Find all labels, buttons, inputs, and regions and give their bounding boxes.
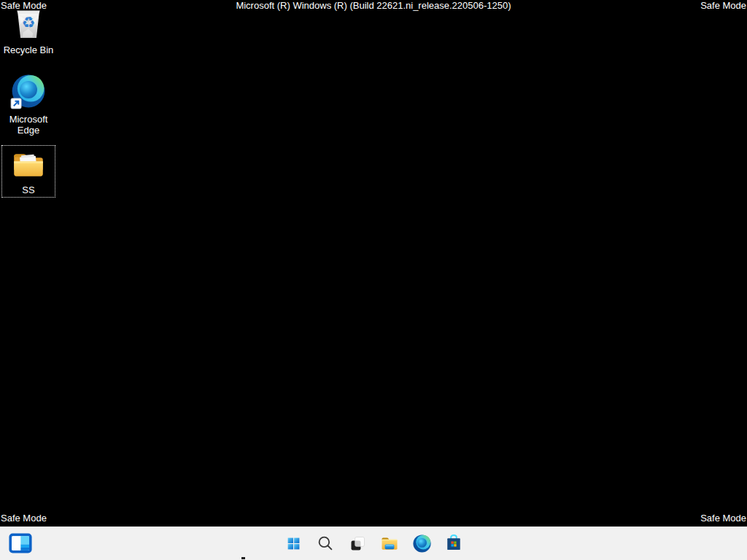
- desktop-icon-ss-folder[interactable]: SS: [1, 145, 55, 198]
- safe-mode-label-bottom-left: Safe Mode: [1, 513, 47, 524]
- taskbar: [0, 526, 747, 560]
- desktop-icon-label: Recycle Bin: [4, 44, 54, 55]
- widgets-icon: [8, 532, 33, 554]
- desktop-icon-label: SS: [22, 184, 34, 195]
- desktop: Safe Mode Microsoft (R) Windows (R) (Bui…: [0, 0, 747, 560]
- file-explorer-button[interactable]: [375, 529, 404, 558]
- start-button[interactable]: [279, 529, 308, 558]
- safe-mode-label-top-right: Safe Mode: [700, 0, 746, 12]
- microsoft-store-icon: [444, 533, 464, 553]
- recycle-bin-icon: ♻: [10, 4, 47, 43]
- windows-build-text: Microsoft (R) Windows (R) (Build 22621.n…: [0, 0, 747, 12]
- edge-button[interactable]: [407, 529, 436, 558]
- desktop-icon-microsoft-edge[interactable]: Microsoft Edge: [0, 73, 57, 136]
- task-view-button[interactable]: [343, 529, 372, 558]
- edge-icon: [10, 73, 47, 112]
- taskbar-center-group: [279, 529, 468, 558]
- folder-icon: [10, 148, 47, 183]
- task-view-icon: [348, 534, 368, 553]
- safe-mode-label-bottom-right: Safe Mode: [700, 513, 746, 524]
- windows-start-icon: [284, 534, 303, 553]
- desktop-icon-label: Microsoft Edge: [2, 114, 55, 136]
- desktop-icon-recycle-bin[interactable]: ♻ Recycle Bin: [0, 4, 57, 55]
- file-explorer-icon: [379, 533, 400, 553]
- stray-cursor-mark: [241, 557, 245, 559]
- svg-text:♻: ♻: [22, 14, 36, 31]
- shortcut-arrow-badge: [11, 98, 21, 109]
- search-icon: [316, 534, 335, 553]
- microsoft-store-button[interactable]: [439, 529, 468, 558]
- search-button[interactable]: [311, 529, 340, 558]
- edge-icon: [412, 534, 432, 553]
- widgets-button[interactable]: [6, 529, 35, 558]
